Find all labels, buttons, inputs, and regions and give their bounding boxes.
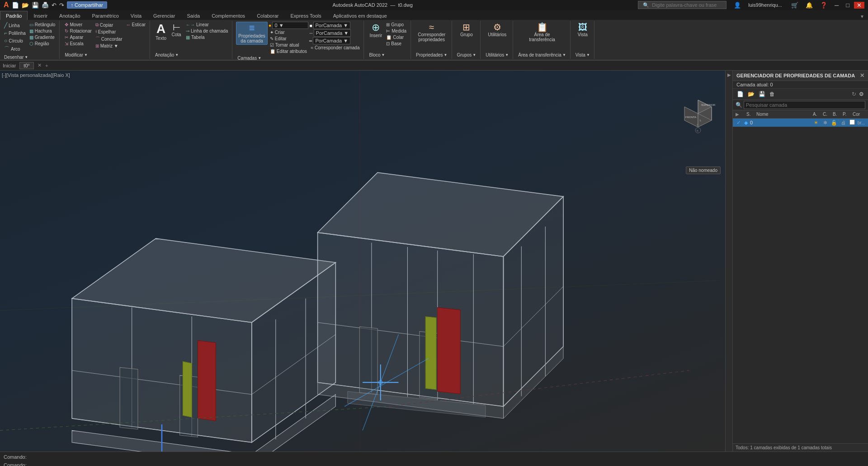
row-print-icon[interactable]: 🖨 [839, 120, 847, 125]
toolbar-icon-print[interactable]: 🖨️ [42, 2, 49, 9]
row-on-icon[interactable]: ☀ [812, 120, 820, 126]
espelhar-btn[interactable]: ⫲ Espelhar [94, 29, 124, 35]
editar-atributos-btn[interactable]: 📋 Editar atributos [269, 48, 309, 54]
porcamada-btn[interactable]: PorCamada ▼ [313, 22, 351, 29]
porcamada-line-btn[interactable]: PorCamada ▼ [314, 29, 351, 37]
layer-settings-btn[interactable]: ⚙ [858, 90, 865, 98]
row-freeze-icon[interactable]: ❄ [821, 120, 829, 126]
linear-btn[interactable]: ←→ Linear [184, 22, 229, 28]
clipboard-btn[interactable]: 📋 Área detransferência [527, 22, 557, 43]
layer-dropdown-btn[interactable]: 0 ▼ [272, 22, 308, 29]
matriz-btn[interactable]: ⊞ Matriz ▼ [94, 43, 124, 49]
viewport[interactable]: [-][Vista personalizada][Raio X] [0, 71, 725, 452]
add-tab-btn[interactable]: + [45, 63, 48, 68]
grupo-btn[interactable]: ⊞ Grupo [385, 22, 408, 28]
minimize-btn[interactable]: ─ [832, 2, 841, 9]
toolbar-icon-redo[interactable]: ↷ [59, 2, 64, 9]
colar-btn[interactable]: 📋 Colar [385, 34, 408, 40]
tab-padrao[interactable]: Padrão [0, 11, 28, 20]
tab-saida[interactable]: Saída [181, 11, 206, 20]
porcamada-weight-btn[interactable]: PorCamada ▼ [313, 37, 350, 44]
linha-btn[interactable]: ╱ Linha [3, 22, 27, 29]
corresponder-btn[interactable]: ≈ Corresponder camada [309, 45, 361, 51]
tabela-btn[interactable]: ▦ Tabela [184, 34, 229, 40]
search-input[interactable] [652, 2, 724, 8]
vista-btn[interactable]: 🖼 Vista [576, 22, 590, 38]
concordar-btn[interactable]: ⌒ Concordar [94, 35, 124, 43]
tab-complementos[interactable]: Complementos [206, 11, 251, 20]
row-lock-icon[interactable]: 🔓 [830, 120, 838, 126]
aparar-btn[interactable]: ✂ Aparar [63, 34, 93, 40]
col-on[interactable]: A. [812, 111, 821, 117]
tab-parametrico[interactable]: Paramétrico [86, 11, 125, 20]
layer-delete-btn[interactable]: 🗑 [768, 90, 776, 98]
layer-open-btn[interactable]: 📂 [746, 90, 756, 98]
layer-search-input[interactable] [744, 101, 865, 109]
search-bar[interactable]: 🔍 [638, 1, 726, 9]
col-status[interactable]: S. [745, 111, 755, 117]
vista-group-label[interactable]: Vista ▼ [574, 52, 591, 58]
toolbar-icon-open[interactable]: 📂 [22, 2, 29, 9]
criar-btn[interactable]: ✦ Criar [269, 29, 309, 35]
propriedades-camada-btn[interactable]: ≡ Propriedadesda camada [236, 22, 267, 45]
linha-chamada-btn[interactable]: ⊸ Linha de chamada [184, 28, 229, 34]
circulo-btn[interactable]: ○ Círculo [3, 37, 27, 44]
view-cube[interactable]: SUPERIOR FRONTA L N S [680, 98, 716, 134]
layer-panel-close-btn[interactable]: ✕ [860, 72, 864, 79]
close-tab-btn[interactable]: ✕ [38, 62, 42, 68]
col-name[interactable]: Nome [755, 111, 811, 117]
inserir-btn[interactable]: ⊕ Inserir [368, 22, 384, 39]
anotacao-group-label[interactable]: Anotação ▼ [154, 52, 229, 58]
maximize-btn[interactable]: □ [843, 2, 852, 9]
col-print[interactable]: P. [842, 111, 851, 117]
gradient-btn[interactable]: ▩ Gradiente [28, 34, 57, 40]
match-prop-btn[interactable]: ≈ Corresponderpropriedades [416, 22, 447, 43]
utilitarios-btn[interactable]: ⚙ Utilitários [486, 22, 508, 38]
layer-new-btn[interactable]: 📄 [736, 90, 745, 98]
tab-inserir[interactable]: Inserir [28, 11, 53, 20]
tornar-atual-btn[interactable]: ☑ Tornar atual [269, 42, 309, 48]
toolbar-icon-new[interactable]: 📄 [12, 2, 19, 9]
camadas-group-label[interactable]: Camadas ▼ [236, 55, 361, 61]
area-group-label[interactable]: Área de transferência ▼ [517, 52, 567, 58]
share-button[interactable]: ↑ Compartilhar [67, 1, 107, 9]
toolbar-icon-undo[interactable]: ↶ [52, 2, 57, 9]
help-icon[interactable]: ❓ [817, 1, 830, 10]
propriedades-group-label[interactable]: Propriedades ▼ [415, 52, 448, 58]
hatch-btn[interactable]: ▦ Hachura [28, 28, 57, 34]
texto-btn[interactable]: A Texto [154, 22, 168, 42]
col-expand[interactable]: ▶ [736, 112, 745, 117]
layer-save-btn[interactable]: 💾 [757, 90, 767, 98]
arco-btn[interactable]: ⌒ Arco [3, 45, 27, 53]
cota-btn[interactable]: ⊢ Cota [169, 22, 184, 38]
rect-btn[interactable]: ▭ Retângulo [28, 22, 57, 28]
escala-btn[interactable]: ⇲ Escala [63, 41, 93, 47]
region-btn[interactable]: ⬡ Região [28, 41, 57, 47]
col-freeze[interactable]: C. [822, 111, 831, 117]
tab-gerenciar[interactable]: Gerenciar [147, 11, 181, 20]
base-btn[interactable]: ⊡ Base [385, 41, 408, 47]
polilinha-btn[interactable]: ⌐ Polilinha [3, 29, 27, 37]
tab-colaborar[interactable]: Colaborar [251, 11, 284, 20]
ribbon-collapse-btn[interactable]: ▼ [858, 13, 866, 20]
notification-icon[interactable]: 🔔 [803, 1, 816, 10]
col-color[interactable]: Cor [852, 111, 865, 117]
rotacionar-btn[interactable]: ↻ Rotacionar [63, 28, 93, 34]
bloco-group-label[interactable]: Bloco ▼ [368, 52, 408, 58]
toolbar-icon-save[interactable]: 💾 [32, 2, 39, 9]
close-btn[interactable]: ✕ [854, 2, 864, 9]
tab-vista[interactable]: Vista [125, 11, 147, 20]
tab-expresstools[interactable]: Express Tools [284, 11, 327, 20]
row-checkbox[interactable]: ✓ [736, 119, 742, 126]
grupos-group-label[interactable]: Grupos ▼ [456, 52, 478, 58]
row-color-swatch[interactable] [848, 119, 856, 126]
editar-btn[interactable]: ✎ Editar [269, 36, 309, 42]
tab-anotacao[interactable]: Anotação [53, 11, 86, 20]
esticar-btn[interactable]: ↔ Esticar [124, 22, 147, 28]
copiar-btn[interactable]: ⧉ Copiar [94, 22, 124, 28]
layer-row[interactable]: ✓ ◆ 0 ☀ ❄ 🔓 🖨 br... [733, 119, 868, 127]
utilitarios-group-label[interactable]: Utilitários ▼ [484, 52, 510, 58]
viewport-tab[interactable]: t0° [19, 62, 34, 69]
cart-icon[interactable]: 🛒 [788, 1, 801, 10]
col-lock[interactable]: B. [832, 111, 841, 117]
